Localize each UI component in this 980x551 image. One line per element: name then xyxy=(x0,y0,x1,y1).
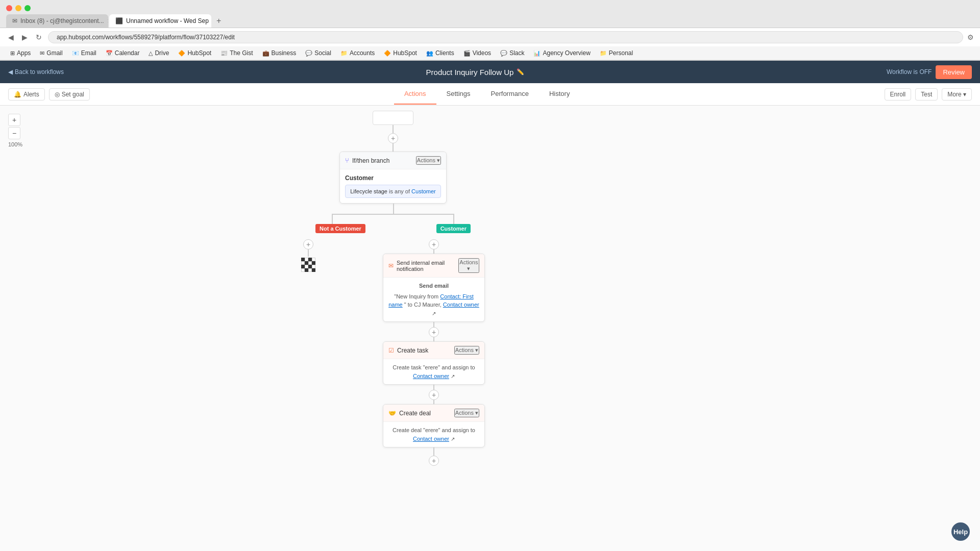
hubspot2-icon: 🔶 xyxy=(384,50,391,57)
set-goal-label: Set goal xyxy=(62,91,84,98)
customer-add-btn-4[interactable]: + xyxy=(429,456,439,466)
help-button[interactable]: Help xyxy=(951,522,970,541)
customer-add-btn-3[interactable]: + xyxy=(429,390,439,400)
email-notification-card: ✉ Send internal email notification Actio… xyxy=(383,254,485,322)
customer-line-2 xyxy=(433,322,434,327)
connector-line-2 xyxy=(393,143,394,152)
branch-vertical-top xyxy=(393,204,394,214)
bookmark-gmail[interactable]: ✉ Gmail xyxy=(36,48,66,58)
gmail-tab-close[interactable]: ✕ xyxy=(107,18,108,24)
header-title-area: Product Inquiry Follow Up ✏️ xyxy=(64,68,887,77)
tab-performance[interactable]: Performance xyxy=(481,84,539,105)
condition-field: Lifecycle stage xyxy=(350,188,387,194)
workflow-tab[interactable]: ⬛ Unnamed workflow - Wed Sep ✕ xyxy=(109,14,211,28)
add-action-btn-1[interactable]: + xyxy=(388,133,398,143)
if-then-body: Customer Lifecycle stage is any of Custo… xyxy=(340,169,446,203)
social-label: Social xyxy=(314,49,331,57)
email-icon: 📧 xyxy=(72,50,79,57)
external-link-icon-3: ↗ xyxy=(451,436,455,442)
left-branch-vertical xyxy=(332,214,333,224)
bookmark-business[interactable]: 💼 Business xyxy=(258,48,301,58)
extensions-icon[interactable]: ⚙ xyxy=(967,33,974,41)
create-task-actions-button[interactable]: Actions ▾ xyxy=(454,346,479,355)
browser-icons: ⚙ xyxy=(967,33,974,41)
secondary-nav-right: Enroll Test More ▾ xyxy=(885,88,972,101)
hubspot-icon: 🔶 xyxy=(178,50,185,57)
if-then-actions-button[interactable]: Actions ▾ xyxy=(416,156,441,165)
email-contact-owner-link[interactable]: Contact owner xyxy=(443,302,479,308)
agency-icon: 📊 xyxy=(533,50,541,57)
alerts-button[interactable]: 🔔 Alerts xyxy=(8,88,45,101)
calendar-label: Calendar xyxy=(115,49,140,57)
zoom-in-button[interactable]: + xyxy=(8,114,20,126)
deal-contact-owner-link[interactable]: Contact owner xyxy=(413,436,449,442)
bookmark-hubspot[interactable]: 🔶 HubSpot xyxy=(174,48,215,58)
maximize-window-btn[interactable] xyxy=(24,5,31,11)
customer-label: Customer xyxy=(436,224,471,233)
bookmark-social[interactable]: 💬 Social xyxy=(301,48,335,58)
email-body-text-2: " to CJ Maurer, xyxy=(404,302,442,308)
bookmark-drive[interactable]: △ Drive xyxy=(144,48,173,58)
email-notif-actions-button[interactable]: Actions ▾ xyxy=(458,258,479,273)
back-to-workflows-link[interactable]: ◀ Back to workflows xyxy=(8,68,64,76)
edit-title-icon[interactable]: ✏️ xyxy=(517,68,524,76)
task-contact-owner-link[interactable]: Contact owner xyxy=(413,373,449,379)
create-deal-header-left: 🤝 Create deal xyxy=(388,410,431,417)
back-button[interactable]: ◀ xyxy=(6,32,16,42)
email-notif-icon: ✉ xyxy=(388,262,394,269)
not-customer-add-btn[interactable]: + xyxy=(303,239,313,249)
if-then-branch-card: ⑂ If/then branch Actions ▾ Customer Life… xyxy=(339,152,447,204)
workflow-tab-label: Unnamed workflow - Wed Sep xyxy=(126,17,209,24)
if-then-title: If/then branch xyxy=(352,157,389,164)
test-button[interactable]: Test xyxy=(915,88,938,101)
new-tab-button[interactable]: + xyxy=(212,14,225,28)
customer-line-1 xyxy=(433,249,434,254)
tab-actions[interactable]: Actions xyxy=(394,84,436,105)
gmail-tab-label: Inbox (8) - cj@thegistcontent... xyxy=(20,17,104,24)
browser-addressbar: ◀ ▶ ↻ ⚙ xyxy=(0,28,980,46)
bookmark-gist[interactable]: 📰 The Gist xyxy=(216,48,257,58)
bookmark-videos[interactable]: 🎬 Videos xyxy=(459,48,495,58)
workflow-status-label: Workflow is OFF xyxy=(887,68,932,76)
bookmark-apps[interactable]: ⊞ Apps xyxy=(6,48,35,58)
bookmark-clients[interactable]: 👥 Clients xyxy=(422,48,458,58)
bookmark-email[interactable]: 📧 Email xyxy=(68,48,101,58)
bookmark-personal[interactable]: 📁 Personal xyxy=(596,48,637,58)
tab-settings[interactable]: Settings xyxy=(436,84,481,105)
set-goal-button[interactable]: ◎ Set goal xyxy=(49,88,90,101)
close-window-btn[interactable] xyxy=(6,5,12,11)
create-deal-body-text: Create deal "erere" and assign to Contac… xyxy=(388,426,479,443)
hubspot-label: HubSpot xyxy=(187,49,211,57)
create-task-title: Create task xyxy=(397,347,428,354)
condition-operator: is any of xyxy=(389,188,410,194)
forward-button[interactable]: ▶ xyxy=(20,32,30,42)
app-wrapper: ◀ Back to workflows Product Inquiry Foll… xyxy=(0,61,980,551)
review-button[interactable]: Review xyxy=(936,65,972,79)
bookmark-agency[interactable]: 📊 Agency Overview xyxy=(529,48,594,58)
email-notif-header-left: ✉ Send internal email notification xyxy=(388,260,458,272)
tab-history[interactable]: History xyxy=(539,84,580,105)
gmail-icon: ✉ xyxy=(40,50,44,57)
back-arrow-icon: ◀ xyxy=(8,68,13,76)
accounts-folder-icon: 📁 xyxy=(340,50,348,57)
minimize-window-btn[interactable] xyxy=(15,5,21,11)
social-icon: 💬 xyxy=(305,50,312,57)
zoom-out-button[interactable]: − xyxy=(8,127,20,139)
branch-horizontal-line xyxy=(332,214,454,215)
create-deal-card: 🤝 Create deal Actions ▾ Create deal "ere… xyxy=(383,404,485,447)
customer-add-btn-2[interactable]: + xyxy=(429,327,439,337)
gmail-tab[interactable]: ✉ Inbox (8) - cj@thegistcontent... ✕ xyxy=(6,14,108,28)
create-deal-actions-button[interactable]: Actions ▾ xyxy=(454,409,479,417)
bookmark-hubspot2[interactable]: 🔶 HubSpot xyxy=(380,48,421,58)
customer-add-btn-1[interactable]: + xyxy=(429,239,439,249)
bookmark-accounts[interactable]: 📁 Accounts xyxy=(336,48,379,58)
address-bar[interactable] xyxy=(48,31,963,43)
workflow-title: Product Inquiry Follow Up xyxy=(426,68,514,77)
calendar-icon: 📅 xyxy=(106,50,113,57)
enroll-button[interactable]: Enroll xyxy=(885,88,912,101)
bookmark-calendar[interactable]: 📅 Calendar xyxy=(102,48,144,58)
reload-button[interactable]: ↻ xyxy=(34,32,44,42)
bookmark-slack[interactable]: 💬 Slack xyxy=(496,48,528,58)
secondary-nav-left: 🔔 Alerts ◎ Set goal xyxy=(8,88,90,101)
more-button[interactable]: More ▾ xyxy=(942,88,972,101)
